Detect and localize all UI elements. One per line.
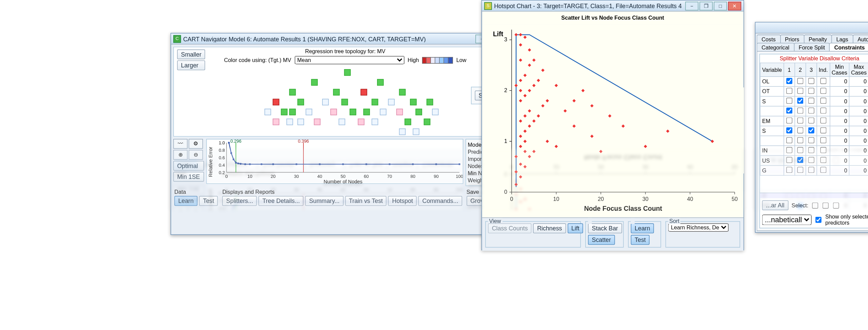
tab-row-bottom: CategoricalForce SplitConstraintsTesting… <box>757 43 868 51</box>
minimize-button[interactable]: − <box>685 1 698 10</box>
svg-text:70: 70 <box>387 174 392 179</box>
table-row[interactable]: OL00 <box>760 77 868 86</box>
svg-rect-35 <box>366 163 367 165</box>
optimal-button[interactable]: Optimal <box>173 161 204 171</box>
select-2-checkbox[interactable] <box>823 202 829 208</box>
hotspot-chart-window: S Hotspot Chart - 3: Target=TARGET, Clas… <box>481 0 744 250</box>
show-only-checkbox[interactable] <box>815 216 822 223</box>
lift-button[interactable]: Lift <box>568 223 583 233</box>
sort-select[interactable]: Learn Richness, Desc <box>668 223 729 231</box>
settings-window: CostsPriorsPenaltyLagsAutomate Categoric… <box>755 22 868 233</box>
tab-lags[interactable]: Lags <box>831 35 853 43</box>
svg-rect-38 <box>435 163 437 165</box>
hotspot-button[interactable]: Hotspot <box>388 196 417 206</box>
select-1-checkbox[interactable] <box>812 202 818 208</box>
svg-text:0: 0 <box>504 189 507 195</box>
app-icon: S <box>484 2 492 10</box>
stack-bar-button[interactable]: Stack Bar <box>588 223 622 233</box>
smaller-button[interactable]: Smaller <box>177 49 205 59</box>
svg-text:Number of Nodes: Number of Nodes <box>324 179 362 184</box>
scatter-chart[interactable]: 012301020304050LiftNode Focus Class Coun… <box>482 24 744 217</box>
panel-title: Splitter Variable Disallow Criteria <box>760 54 868 62</box>
svg-text:30: 30 <box>643 196 649 202</box>
tree-details-button[interactable]: Tree Details... <box>259 196 304 206</box>
test-button[interactable]: Test <box>199 196 218 206</box>
svg-rect-27 <box>240 163 241 165</box>
tree-canvas: Regression tree topology for: MV Color c… <box>173 47 517 137</box>
svg-rect-31 <box>272 163 274 165</box>
table-row[interactable]: S00 <box>760 96 868 106</box>
svg-rect-37 <box>412 163 414 165</box>
svg-text:20: 20 <box>271 174 275 179</box>
sort-predictors-select[interactable]: ...nabetically <box>762 214 812 225</box>
table-row[interactable]: EM00 <box>760 116 868 126</box>
svg-text:50: 50 <box>732 196 738 202</box>
regression-tree-view[interactable] <box>234 49 465 132</box>
svg-text:0.6: 0.6 <box>219 155 225 160</box>
svg-rect-39 <box>459 163 460 165</box>
svg-rect-23 <box>231 152 232 154</box>
tab-costs[interactable]: Costs <box>757 35 781 43</box>
svg-text:Node Focus Class Count: Node Focus Class Count <box>584 205 663 212</box>
select-3-checkbox[interactable] <box>833 202 839 208</box>
svg-rect-34 <box>342 163 344 165</box>
tab-constraints[interactable]: Constraints <box>829 43 868 51</box>
relative-error-chart[interactable]: 1.00.80.60.40.201020304050607080901000.2… <box>206 139 463 184</box>
tab-force-split[interactable]: Force Split <box>794 43 830 51</box>
summary-button[interactable]: Summary... <box>305 196 343 206</box>
svg-text:40: 40 <box>317 174 322 179</box>
svg-text:3: 3 <box>504 36 507 42</box>
tab-automate[interactable]: Automate <box>853 35 868 43</box>
close-button[interactable]: ✕ <box>728 1 741 10</box>
richness-button[interactable]: Richness <box>533 223 566 233</box>
svg-text:100: 100 <box>456 174 463 179</box>
scatter-button[interactable]: Scatter <box>588 235 615 245</box>
splitters-button[interactable]: Splitters... <box>222 196 257 206</box>
svg-text:2: 2 <box>504 87 507 93</box>
svg-rect-36 <box>389 163 391 165</box>
class-counts-button[interactable]: Class Counts <box>488 223 532 233</box>
chart-title: Scatter Lift vs Node Focus Class Count <box>482 12 744 24</box>
commands-button[interactable]: Commands... <box>418 196 462 206</box>
svg-text:1: 1 <box>504 138 507 144</box>
clear-all-button[interactable]: ...ar All <box>762 200 788 210</box>
svg-text:80: 80 <box>410 174 415 179</box>
train-vs-test-button[interactable]: Train vs Test <box>345 196 387 206</box>
table-row[interactable]: 00 <box>760 136 868 146</box>
tab-priors[interactable]: Priors <box>780 35 804 43</box>
tab-penalty[interactable]: Penalty <box>804 35 832 43</box>
svg-rect-32 <box>296 163 297 165</box>
restore-button[interactable]: ❐ <box>699 1 713 10</box>
min1se-button[interactable]: Min 1SE <box>173 172 204 182</box>
shrink-icon[interactable]: ⊖ <box>189 150 203 160</box>
svg-text:10: 10 <box>553 196 559 202</box>
disallow-table[interactable]: Variable123Ind.Min CasesMax CasesVa OL00… <box>760 63 868 176</box>
table-row[interactable]: 00 <box>760 106 868 116</box>
svg-rect-26 <box>237 163 239 164</box>
larger-button[interactable]: Larger <box>177 60 205 70</box>
tab-categorical[interactable]: Categorical <box>757 43 794 51</box>
app-icon: C <box>173 35 181 43</box>
svg-text:1.0: 1.0 <box>219 140 225 145</box>
svg-text:40: 40 <box>687 196 693 202</box>
chart-curve-icon[interactable]: 〰 <box>173 139 188 149</box>
window-title: CART Navigator Model 6: Automate Results… <box>183 35 473 42</box>
svg-rect-28 <box>244 163 246 165</box>
svg-text:0.4: 0.4 <box>219 163 225 168</box>
zoom-settings-icon[interactable]: ⚙ <box>189 139 203 149</box>
table-row[interactable]: S00 <box>760 126 868 136</box>
svg-rect-22 <box>228 142 230 144</box>
table-row[interactable]: US00 <box>760 156 868 165</box>
cart-navigator-window: C CART Navigator Model 6: Automate Resul… <box>171 33 520 235</box>
learn-button[interactable]: Learn <box>174 196 197 206</box>
svg-text:0.8: 0.8 <box>219 148 225 153</box>
svg-rect-25 <box>235 162 237 164</box>
learn-button[interactable]: Learn <box>631 223 654 233</box>
table-row[interactable]: IN00 <box>760 146 868 156</box>
table-row[interactable]: G00 <box>760 165 868 175</box>
test-button[interactable]: Test <box>631 235 650 245</box>
window-title: Hotspot Chart - 3: Target=TARGET, Class=… <box>494 2 683 9</box>
table-row[interactable]: OT00 <box>760 86 868 96</box>
maximize-button[interactable]: □ <box>714 1 727 10</box>
expand-icon[interactable]: ⊕ <box>173 150 188 160</box>
